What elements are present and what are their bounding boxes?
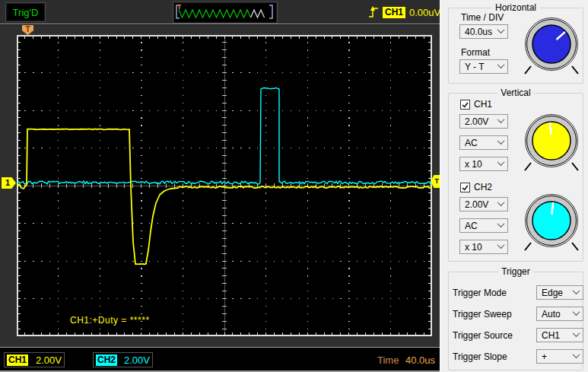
status-bar: Trig'D T CH1 0.00uV [0,0,440,24]
chevron-down-icon [497,241,505,249]
trigger-source-select[interactable]: CH1 [536,328,583,342]
ac-coupling-icon [120,356,121,364]
ch1-coupling-select[interactable]: AC [459,135,508,150]
chevron-down-icon [497,137,505,145]
format-select[interactable]: Y - T [459,59,508,74]
trigger-sweep-label: Trigger Sweep [453,309,512,320]
ch1-badge: CH1 [7,355,28,366]
trigger-position-marker[interactable]: T [22,25,33,35]
rising-edge-icon [368,6,379,19]
time-div-select[interactable]: 40.0us [459,24,508,39]
horizontal-group-title: Horizontal [492,2,539,13]
chevron-down-icon [497,116,505,123]
checkbox-checked-icon [460,100,470,110]
scope-area: Trig'D T CH1 0.00uV T 1 T CH1:+Du [0,0,440,372]
oscilloscope-app: Trig'D T CH1 0.00uV T 1 T CH1:+Du [0,0,588,372]
chevron-down-icon [573,351,580,358]
format-label: Format [461,47,490,58]
trigger-readout: CH1 0.00uV [368,4,440,21]
ch2-position-knob[interactable] [520,190,583,254]
chevron-down-icon [573,308,580,316]
ch2-scale-value: 2.00V [124,355,150,366]
graticule-plot [17,35,432,336]
trigger-slope-select[interactable]: + [536,349,583,364]
chevron-down-icon [497,26,505,33]
ch2-badge: CH2 [96,355,117,366]
chevron-down-icon [497,61,505,68]
ch1-ground-marker[interactable]: 1 [2,177,16,189]
measurement-annotation: CH1:+Duty = ***** [70,315,150,326]
chevron-down-icon [497,158,505,166]
acquisition-preview: T [173,2,277,23]
ch2-volts-select[interactable]: 2.00V [459,197,508,211]
trigger-mode-select[interactable]: Edge [536,285,583,300]
waveform-display: T 1 T CH1:+Duty = ***** [0,25,440,347]
chevron-down-icon [573,287,580,294]
ch1-volts-select[interactable]: 2.00V [459,114,508,129]
trigger-source-label: Trigger Source [453,330,513,341]
channel-status-bar: CH1 2.00V CH2 2.00V Time 40.0us [0,348,440,372]
trigger-level-value: 0.00uV [409,7,440,18]
ch2-coupling-select[interactable]: AC [459,218,508,233]
trigger-status: Trig'D [6,3,45,21]
ch2-probe-select[interactable]: x 10 [459,240,508,254]
trigger-mode-label: Trigger Mode [453,288,507,298]
trigger-status-text: Trig'D [13,7,39,18]
ch1-status: CH1 2.00V [4,352,65,367]
time-div-label: Time / DIV [461,12,504,23]
preview-trigger-marker: T [177,3,182,11]
chevron-down-icon [497,199,505,206]
ch1-enable-checkbox[interactable]: CH1 [460,99,492,110]
chevron-down-icon [573,329,580,337]
ch2-enable-checkbox[interactable]: CH2 [460,182,492,192]
trigger-source-badge: CH1 [383,7,405,18]
trigger-sweep-select[interactable]: Auto [536,307,583,321]
ch1-scale-value: 2.00V [36,355,62,366]
time-value: 40.0us [405,355,435,366]
ch1-probe-select[interactable]: x 10 [459,157,508,171]
horizontal-position-knob[interactable] [520,14,583,78]
ac-coupling-icon [31,356,33,364]
chevron-down-icon [497,220,505,227]
ch2-status: CH2 2.00V [93,352,153,367]
trigger-slope-label: Trigger Slope [453,351,507,362]
checkbox-checked-icon [460,183,470,192]
vertical-group-title: Vertical [497,87,533,98]
ch1-position-knob[interactable] [520,110,583,174]
time-label: Time [377,355,399,366]
trigger-group-title: Trigger [498,266,533,277]
control-panel: Horizontal Time / DIV 40.0us Format Y - … [440,0,588,372]
acquisition-preview-waveform [174,3,275,21]
